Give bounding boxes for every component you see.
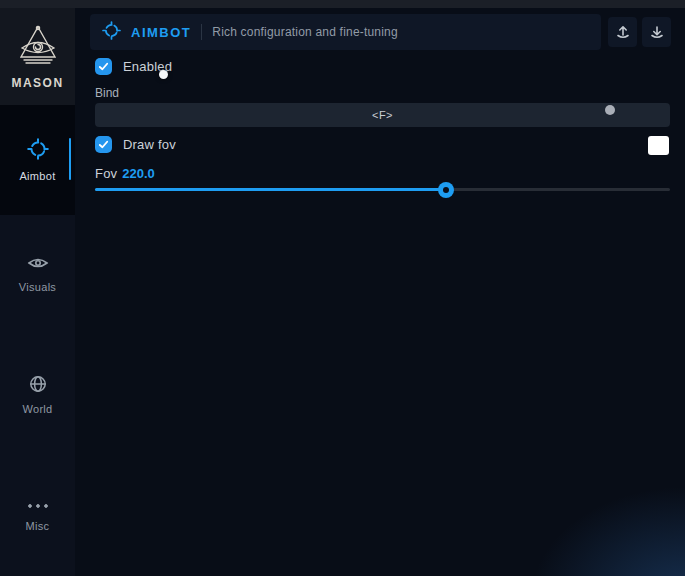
fov-value: 220.0 <box>122 166 155 181</box>
bind-key-input[interactable]: <F> <box>95 103 670 127</box>
sidebar-item-label: Misc <box>26 520 50 532</box>
brand-name: MASON <box>11 76 63 90</box>
sidebar-item-label: World <box>22 403 52 415</box>
globe-icon <box>29 375 47 397</box>
fov-slider-fill <box>95 188 446 191</box>
fov-color-picker[interactable] <box>648 136 669 155</box>
sidebar: MASON Aimbot Visuals World <box>0 8 75 576</box>
fov-label: Fov <box>95 166 117 181</box>
page-subtitle: Rich configuration and fine-tuning <box>212 25 398 39</box>
eye-icon <box>27 255 49 275</box>
header-divider <box>201 24 202 40</box>
draw-fov-label: Draw fov <box>123 137 176 152</box>
mouse-cursor-dot <box>159 70 168 79</box>
check-icon <box>98 139 109 150</box>
upload-config-button[interactable] <box>608 17 637 47</box>
bind-key-value: <F> <box>372 109 393 121</box>
active-tab-indicator <box>69 138 71 180</box>
sidebar-item-label: Visuals <box>19 281 56 293</box>
upload-icon <box>615 24 631 40</box>
mason-pyramid-eye-logo-icon <box>14 24 62 72</box>
page-header: AIMBOT Rich configuration and fine-tunin… <box>90 14 601 50</box>
draw-fov-checkbox[interactable] <box>95 136 112 153</box>
sidebar-item-world[interactable]: World <box>0 375 75 415</box>
page-title: AIMBOT <box>131 25 191 40</box>
enabled-checkbox[interactable] <box>95 58 112 75</box>
crosshair-icon <box>27 138 49 164</box>
fov-slider-handle[interactable] <box>438 182 454 198</box>
bind-label: Bind <box>95 86 119 100</box>
drag-dot <box>605 105 615 115</box>
sidebar-item-label: Aimbot <box>19 170 55 182</box>
draw-fov-row: Draw fov <box>95 136 176 153</box>
sidebar-item-visuals[interactable]: Visuals <box>0 255 75 293</box>
download-icon <box>649 24 665 40</box>
window-top-strip <box>0 0 685 8</box>
brand-logo-panel: MASON <box>0 8 75 105</box>
sidebar-item-misc[interactable]: Misc <box>0 496 75 532</box>
sidebar-item-aimbot[interactable]: Aimbot <box>0 105 75 215</box>
fov-row: Fov 220.0 <box>95 166 155 181</box>
ellipsis-icon <box>27 496 49 514</box>
download-config-button[interactable] <box>642 17 671 47</box>
crosshair-icon <box>102 21 121 44</box>
fov-slider[interactable] <box>95 188 670 191</box>
check-icon <box>98 61 109 72</box>
